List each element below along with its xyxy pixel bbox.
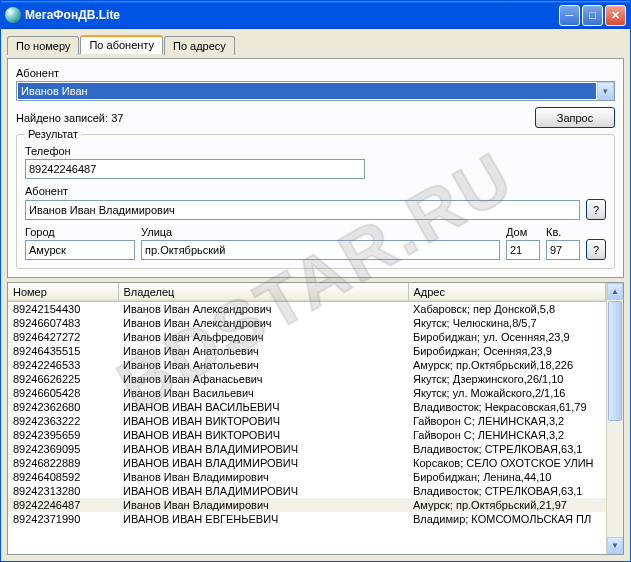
table-row[interactable]: 89242246533Иванов Иван АнатольевичАмурск… bbox=[8, 358, 606, 372]
table-cell: Якутск; ул. Можайского,2/1,16 bbox=[408, 386, 606, 400]
app-icon bbox=[5, 7, 21, 23]
table-cell: Владивосток; Некрасовская,61,79 bbox=[408, 400, 606, 414]
table-cell: Амурск; пр.Октябрьский,21,97 bbox=[408, 498, 606, 512]
table-cell: 89242246533 bbox=[8, 358, 118, 372]
scroll-track[interactable] bbox=[607, 422, 623, 537]
table-cell: 89242154430 bbox=[8, 302, 118, 317]
grid-scrollbar[interactable]: ▲ ▼ bbox=[606, 283, 623, 554]
scroll-up-icon[interactable]: ▲ bbox=[607, 283, 623, 300]
table-row[interactable]: 89242369095ИВАНОВ ИВАН ВЛАДИМИРОВИЧВлади… bbox=[8, 442, 606, 456]
house-field[interactable] bbox=[506, 240, 540, 260]
app-window: МегаФонДВ.Lite ─ □ ✕ По номеру По абонен… bbox=[0, 0, 631, 562]
table-cell: ИВАНОВ ИВАН ВАСИЛЬЕВИЧ bbox=[118, 400, 408, 414]
col-header-owner[interactable]: Владелец bbox=[118, 283, 408, 302]
table-cell: 89242395659 bbox=[8, 428, 118, 442]
table-cell: Иванов Иван Владимирович bbox=[118, 470, 408, 484]
col-header-number[interactable]: Номер bbox=[8, 283, 118, 302]
table-row[interactable]: 89242154430Иванов Иван АлександровичХаба… bbox=[8, 302, 606, 317]
result-subscriber-field[interactable] bbox=[25, 200, 580, 220]
table-cell: 89246408592 bbox=[8, 470, 118, 484]
table-cell: 89242313280 bbox=[8, 484, 118, 498]
street-label: Улица bbox=[141, 226, 500, 238]
table-row[interactable]: 89246607483Иванов Иван АлександровичЯкут… bbox=[8, 316, 606, 330]
result-subscriber-label: Абонент bbox=[25, 185, 606, 197]
table-row[interactable]: 89242395659ИВАНОВ ИВАН ВИКТОРОВИЧГайворо… bbox=[8, 428, 606, 442]
table-cell: 89246605428 bbox=[8, 386, 118, 400]
table-row[interactable]: 89242362680ИВАНОВ ИВАН ВАСИЛЬЕВИЧВладиво… bbox=[8, 400, 606, 414]
table-cell: Якутск; Челюскина,8/5,7 bbox=[408, 316, 606, 330]
subscriber-search-combo[interactable]: Иванов Иван bbox=[16, 81, 615, 101]
table-cell: ИВАНОВ ИВАН ВЛАДИМИРОВИЧ bbox=[118, 484, 408, 498]
results-grid[interactable]: Номер Владелец Адрес 89242154430Иванов И… bbox=[8, 283, 606, 554]
address-help-button[interactable]: ? bbox=[586, 239, 606, 260]
found-records-label: Найдено записей: 37 bbox=[16, 112, 123, 124]
table-cell: Иванов Иван Афанасьевич bbox=[118, 372, 408, 386]
result-legend: Результат bbox=[25, 128, 81, 140]
col-header-address[interactable]: Адрес bbox=[408, 283, 606, 302]
table-cell: Биробиджан; Осенняя,23,9 bbox=[408, 344, 606, 358]
scroll-down-icon[interactable]: ▼ bbox=[607, 537, 623, 554]
table-row[interactable]: 89246605428Иванов Иван ВасильевичЯкутск;… bbox=[8, 386, 606, 400]
chevron-down-icon[interactable] bbox=[597, 82, 614, 100]
table-cell: ИВАНОВ ИВАН ВЛАДИМИРОВИЧ bbox=[118, 442, 408, 456]
maximize-button[interactable]: □ bbox=[582, 5, 603, 26]
results-grid-wrap: Номер Владелец Адрес 89242154430Иванов И… bbox=[7, 282, 624, 555]
table-cell: Иванов Иван Владимирович bbox=[118, 498, 408, 512]
table-row[interactable]: 89242246487Иванов Иван ВладимировичАмурс… bbox=[8, 498, 606, 512]
table-cell: Якутск; Дзержинского,26/1,10 bbox=[408, 372, 606, 386]
query-button[interactable]: Запрос bbox=[535, 107, 615, 128]
table-cell: 89246435515 bbox=[8, 344, 118, 358]
table-cell: ИВАНОВ ИВАН ВИКТОРОВИЧ bbox=[118, 414, 408, 428]
table-row[interactable]: 89246626225Иванов Иван АфанасьевичЯкутск… bbox=[8, 372, 606, 386]
tab-by-number[interactable]: По номеру bbox=[7, 36, 79, 55]
tab-by-subscriber[interactable]: По абоненту bbox=[80, 35, 163, 54]
table-cell: Гайворон С; ЛЕНИНСКАЯ,3,2 bbox=[408, 414, 606, 428]
table-cell: Амурск; пр.Октябрьский,18,226 bbox=[408, 358, 606, 372]
street-field[interactable] bbox=[141, 240, 500, 260]
titlebar: МегаФонДВ.Lite ─ □ ✕ bbox=[1, 1, 630, 29]
table-cell: Гайворон С; ЛЕНИНСКАЯ,3,2 bbox=[408, 428, 606, 442]
table-row[interactable]: 89246435515Иванов Иван АнатольевичБироби… bbox=[8, 344, 606, 358]
table-row[interactable]: 89242313280ИВАНОВ ИВАН ВЛАДИМИРОВИЧВлади… bbox=[8, 484, 606, 498]
table-cell: Владивосток; СТРЕЛКОВАЯ,63,1 bbox=[408, 484, 606, 498]
table-cell: ИВАНОВ ИВАН ЕВГЕНЬЕВИЧ bbox=[118, 512, 408, 526]
table-row[interactable]: 89242371990ИВАНОВ ИВАН ЕВГЕНЬЕВИЧВладими… bbox=[8, 512, 606, 526]
subscriber-help-button[interactable]: ? bbox=[586, 199, 606, 220]
phone-label: Телефон bbox=[25, 145, 606, 157]
table-row[interactable]: 89246427272Иванов Иван АльфредовичБироби… bbox=[8, 330, 606, 344]
table-cell: Иванов Иван Анатольевич bbox=[118, 344, 408, 358]
city-field[interactable] bbox=[25, 240, 135, 260]
table-row[interactable]: 89242363222ИВАНОВ ИВАН ВИКТОРОВИЧГайворо… bbox=[8, 414, 606, 428]
table-cell: 89242369095 bbox=[8, 442, 118, 456]
table-cell: Биробиджан; Ленина,44,10 bbox=[408, 470, 606, 484]
table-cell: Иванов Иван Александрович bbox=[118, 302, 408, 317]
table-cell: Иванов Иван Альфредович bbox=[118, 330, 408, 344]
house-label: Дом bbox=[506, 226, 540, 238]
table-cell: Иванов Иван Анатольевич bbox=[118, 358, 408, 372]
minimize-button[interactable]: ─ bbox=[559, 5, 580, 26]
phone-field[interactable] bbox=[25, 159, 365, 179]
client-area: По номеру По абоненту По адресу Абонент … bbox=[1, 29, 630, 561]
table-cell: 89246427272 bbox=[8, 330, 118, 344]
scroll-thumb[interactable] bbox=[608, 301, 622, 421]
tab-by-address[interactable]: По адресу bbox=[164, 36, 235, 55]
table-cell: 89242246487 bbox=[8, 498, 118, 512]
table-cell: 89242362680 bbox=[8, 400, 118, 414]
city-label: Город bbox=[25, 226, 135, 238]
search-panel: Абонент Иванов Иван Найдено записей: 37 … bbox=[7, 58, 624, 278]
table-cell: 89246822889 bbox=[8, 456, 118, 470]
table-cell: Биробиджан; ул. Осенняя,23,9 bbox=[408, 330, 606, 344]
subscriber-search-value: Иванов Иван bbox=[18, 83, 596, 99]
table-cell: Иванов Иван Александрович bbox=[118, 316, 408, 330]
apt-label: Кв. bbox=[546, 226, 580, 238]
apt-field[interactable] bbox=[546, 240, 580, 260]
table-cell: 89242363222 bbox=[8, 414, 118, 428]
result-group: Результат Телефон Абонент ? Город bbox=[16, 134, 615, 269]
table-row[interactable]: 89246408592Иванов Иван ВладимировичБироб… bbox=[8, 470, 606, 484]
table-cell: 89242371990 bbox=[8, 512, 118, 526]
close-button[interactable]: ✕ bbox=[605, 5, 626, 26]
window-title: МегаФонДВ.Lite bbox=[25, 8, 559, 22]
table-cell: 89246626225 bbox=[8, 372, 118, 386]
table-row[interactable]: 89246822889ИВАНОВ ИВАН ВЛАДИМИРОВИЧКорса… bbox=[8, 456, 606, 470]
table-cell: Владимир; КОМСОМОЛЬСКАЯ ПЛ bbox=[408, 512, 606, 526]
